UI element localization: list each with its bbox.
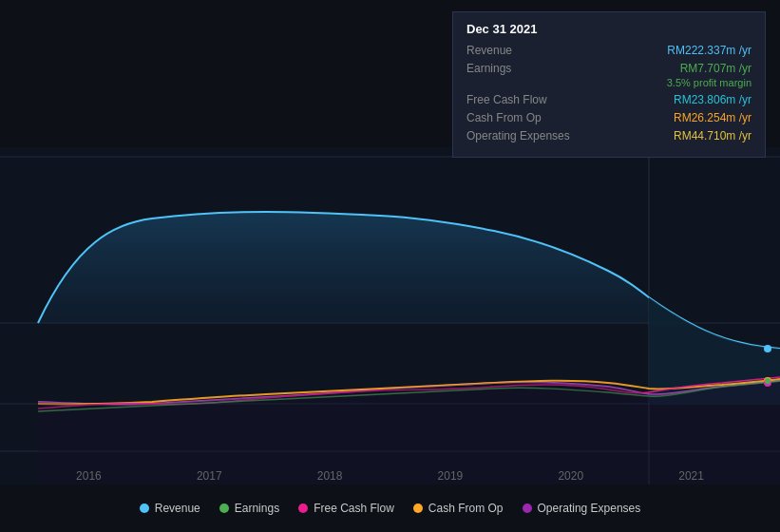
tooltip-label-revenue: Revenue (466, 44, 590, 57)
tooltip-value-cashfromop: RM26.254m /yr (674, 111, 751, 124)
legend-dot-revenue (140, 504, 149, 513)
chart-svg (0, 147, 780, 484)
x-label-2019: 2019 (438, 469, 464, 483)
svg-point-6 (764, 345, 771, 352)
svg-point-10 (765, 378, 770, 384)
legend-dot-opex (523, 504, 532, 513)
legend-label-opex: Operating Expenses (538, 502, 641, 515)
tooltip-value-opex: RM44.710m /yr (674, 129, 751, 142)
legend-dot-earnings (219, 504, 229, 513)
tooltip-label-earnings: Earnings (466, 62, 590, 75)
tooltip-row-fcf: Free Cash Flow RM23.806m /yr (466, 93, 751, 106)
x-label-2021: 2021 (678, 469, 704, 483)
tooltip-label-fcf: Free Cash Flow (466, 93, 590, 106)
x-label-2020: 2020 (558, 469, 583, 483)
legend-label-cashfromop: Cash From Op (428, 502, 504, 515)
legend-label-revenue: Revenue (155, 502, 200, 515)
tooltip-value-fcf: RM23.806m /yr (674, 93, 751, 106)
tooltip-value-revenue: RM222.337m /yr (667, 44, 751, 57)
legend-label-earnings: Earnings (235, 502, 279, 515)
legend-label-fcf: Free Cash Flow (314, 502, 394, 515)
tooltip-row-revenue: Revenue RM222.337m /yr (466, 44, 751, 57)
x-label-2017: 2017 (197, 469, 222, 483)
tooltip-title: Dec 31 2021 (466, 22, 751, 36)
tooltip-label-opex: Operating Expenses (466, 129, 590, 142)
tooltip-box: Dec 31 2021 Revenue RM222.337m /yr Earni… (452, 11, 766, 158)
legend-dot-fcf (298, 504, 308, 513)
profit-margin-row: 3.5% profit margin (466, 77, 751, 88)
x-label-2016: 2016 (76, 469, 102, 483)
legend-item-cashfromop[interactable]: Cash From Op (413, 502, 504, 515)
tooltip-value-earnings: RM7.707m /yr (680, 62, 751, 75)
legend-item-fcf[interactable]: Free Cash Flow (298, 502, 394, 515)
tooltip-row-cashfromop: Cash From Op RM26.254m /yr (466, 111, 751, 124)
chart-container: Dec 31 2021 Revenue RM222.337m /yr Earni… (0, 0, 780, 532)
tooltip-row-earnings: Earnings RM7.707m /yr (466, 62, 751, 75)
chart-area (0, 147, 780, 484)
profit-margin-text: 3.5% profit margin (667, 77, 751, 88)
legend-item-opex[interactable]: Operating Expenses (523, 502, 641, 515)
tooltip-row-opex: Operating Expenses RM44.710m /yr (466, 129, 751, 142)
legend-item-earnings[interactable]: Earnings (219, 502, 279, 515)
legend-item-revenue[interactable]: Revenue (140, 502, 200, 515)
x-label-2018: 2018 (317, 469, 343, 483)
x-axis: 2016 2017 2018 2019 2020 2021 (0, 469, 780, 483)
legend-bar: Revenue Earnings Free Cash Flow Cash Fro… (0, 484, 780, 532)
legend-dot-cashfromop (413, 504, 423, 513)
tooltip-label-cashfromop: Cash From Op (466, 111, 590, 124)
